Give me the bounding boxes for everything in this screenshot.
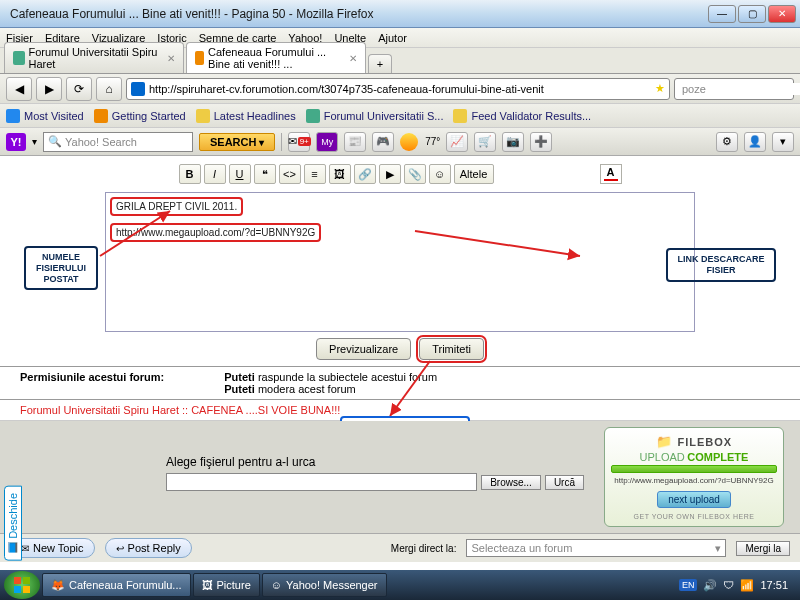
- windows-taskbar: 🦊Cafeneaua Forumulu... 🖼Picture ☺Yahoo! …: [0, 570, 800, 600]
- yahoo-sports-button[interactable]: 🛒: [474, 132, 496, 152]
- yahoo-search-input[interactable]: 🔍Yahoo! Search: [43, 132, 193, 152]
- close-button[interactable]: ✕: [768, 5, 796, 23]
- page-icon: [94, 109, 108, 123]
- smiley-button[interactable]: ☺: [429, 164, 451, 184]
- url-input[interactable]: [149, 83, 655, 95]
- submit-button[interactable]: Trimiteti: [419, 338, 484, 360]
- url-field-wrap: ★: [126, 78, 670, 100]
- weather-icon[interactable]: [400, 133, 418, 151]
- permissions-text: Puteti raspunde la subiectele acestui fo…: [224, 371, 437, 395]
- link-button[interactable]: 🔗: [354, 164, 376, 184]
- image-button[interactable]: 🖼: [329, 164, 351, 184]
- tab-forum[interactable]: Forumul Universitatii Spiru Haret ✕: [4, 42, 184, 73]
- annotation-filename: GRILA DREPT CIVIL 2011.: [110, 197, 243, 216]
- window-titlebar: Cafeneaua Forumului ... Bine ati venit!!…: [0, 0, 800, 28]
- browse-button[interactable]: Browse...: [481, 475, 541, 490]
- yahoo-ebay-button[interactable]: 📷: [502, 132, 524, 152]
- permissions-label: Permisiunile acestui forum:: [20, 371, 164, 395]
- windows-logo-icon: [13, 576, 31, 594]
- bookmark-headlines[interactable]: Latest Headlines: [196, 109, 296, 123]
- upload-button[interactable]: Urcă: [545, 475, 584, 490]
- yahoo-logo-icon[interactable]: Y!: [6, 133, 26, 151]
- tray-network-icon[interactable]: 🔊: [703, 579, 717, 592]
- search-input[interactable]: [682, 83, 800, 95]
- yahoo-search-button[interactable]: SEARCH ▾: [199, 133, 275, 151]
- next-upload-button[interactable]: next upload: [657, 491, 731, 508]
- bookmark-feed-validator[interactable]: Feed Validator Results...: [453, 109, 591, 123]
- italic-button[interactable]: I: [204, 164, 226, 184]
- yahoo-settings-button[interactable]: ⚙: [716, 132, 738, 152]
- editor-textarea[interactable]: GRILA DREPT CIVIL 2011. http://www.megau…: [105, 192, 695, 332]
- code-button[interactable]: <>: [279, 164, 301, 184]
- tab-cafeneaua[interactable]: Cafeneaua Forumului ... Bine ati venit!!…: [186, 42, 366, 73]
- font-color-button[interactable]: [600, 164, 622, 184]
- new-tab-button[interactable]: +: [368, 54, 392, 73]
- tray-battery-icon[interactable]: 📶: [740, 579, 754, 592]
- post-reply-button[interactable]: ↩ Post Reply: [105, 538, 192, 558]
- filebox-footer[interactable]: GET YOUR OWN FILEBOX HERE: [611, 513, 777, 520]
- picture-icon: 🖼: [202, 579, 213, 591]
- yahoo-more-button[interactable]: ▾: [772, 132, 794, 152]
- upload-section: Alege fişierul pentru a-l urca Browse...…: [0, 421, 800, 533]
- menu-ajutor[interactable]: Ajutor: [378, 32, 407, 44]
- folder-icon: [6, 109, 20, 123]
- tab-close-icon[interactable]: ✕: [349, 53, 357, 64]
- yahoo-news-button[interactable]: 📰: [344, 132, 366, 152]
- rss-icon: [453, 109, 467, 123]
- svg-rect-5: [14, 586, 21, 593]
- language-indicator[interactable]: EN: [679, 579, 698, 591]
- callout-link: LINK DESCARCARE FISIER: [666, 248, 776, 282]
- quote-button[interactable]: ❝: [254, 164, 276, 184]
- tab-bar: Forumul Universitatii Spiru Haret ✕ Cafe…: [0, 48, 800, 74]
- tray-shield-icon[interactable]: 🛡: [723, 579, 734, 591]
- bookmark-forum[interactable]: Forumul Universitatii S...: [306, 109, 444, 123]
- attach-button[interactable]: 📎: [404, 164, 426, 184]
- list-button[interactable]: ≡: [304, 164, 326, 184]
- video-button[interactable]: ▶: [379, 164, 401, 184]
- reload-button[interactable]: ⟳: [66, 77, 92, 101]
- more-button[interactable]: Altele: [454, 164, 494, 184]
- filebox-widget: 📁 FILEBOX UPLOAD COMPLETE http://www.meg…: [604, 427, 784, 527]
- task-messenger[interactable]: ☺Yahoo! Messenger: [262, 573, 387, 597]
- yahoo-my-button[interactable]: My: [316, 132, 338, 152]
- tab-close-icon[interactable]: ✕: [167, 53, 175, 64]
- callout-filename: NUMELE FISIERULUI POSTAT: [24, 246, 98, 290]
- breadcrumb-home[interactable]: Forumul Universitatii Spiru Haret: [20, 404, 179, 416]
- clock[interactable]: 17:51: [760, 579, 788, 591]
- task-picture[interactable]: 🖼Picture: [193, 573, 260, 597]
- maximize-button[interactable]: ▢: [738, 5, 766, 23]
- filebox-url: http://www.megaupload.com/?d=UBNNY92G: [611, 476, 777, 485]
- progress-bar: [611, 465, 777, 473]
- file-input[interactable]: [166, 473, 477, 491]
- bookmarks-bar: Most Visited Getting Started Latest Head…: [0, 104, 800, 128]
- preview-button[interactable]: Previzualizare: [316, 338, 411, 360]
- forum-select[interactable]: Selecteaza un forum▾: [466, 539, 726, 557]
- go-button[interactable]: Mergi la: [736, 541, 790, 556]
- upload-label: Alege fişierul pentru a-l urca: [166, 455, 584, 469]
- deschide-tab[interactable]: 📘 Deschide: [4, 486, 22, 561]
- annotation-link: http://www.megaupload.com/?d=UBNNY92G: [110, 223, 321, 242]
- yahoo-add-button[interactable]: ➕: [530, 132, 552, 152]
- window-controls: ― ▢ ✕: [708, 5, 796, 23]
- breadcrumb-section[interactable]: CAFENEA ....SI VOIE BUNA!!!: [191, 404, 340, 416]
- back-button[interactable]: ◀: [6, 77, 32, 101]
- home-button[interactable]: ⌂: [96, 77, 122, 101]
- tab-favicon-icon: [195, 51, 204, 65]
- mail-badge: 9+: [298, 137, 311, 146]
- start-button[interactable]: [4, 571, 40, 599]
- yahoo-games-button[interactable]: 🎮: [372, 132, 394, 152]
- task-firefox[interactable]: 🦊Cafeneaua Forumulu...: [42, 573, 191, 597]
- bookmark-star-icon[interactable]: ★: [655, 82, 665, 95]
- yahoo-mail-button[interactable]: ✉9+: [288, 132, 310, 152]
- yahoo-user-button[interactable]: 👤: [744, 132, 766, 152]
- tab-label: Cafeneaua Forumului ... Bine ati venit!!…: [208, 46, 341, 70]
- forward-button[interactable]: ▶: [36, 77, 62, 101]
- yahoo-finance-button[interactable]: 📈: [446, 132, 468, 152]
- minimize-button[interactable]: ―: [708, 5, 736, 23]
- underline-button[interactable]: U: [229, 164, 251, 184]
- new-topic-button[interactable]: ✉ New Topic: [10, 538, 95, 558]
- bookmark-getting-started[interactable]: Getting Started: [94, 109, 186, 123]
- bookmark-most-visited[interactable]: Most Visited: [6, 109, 84, 123]
- window-title: Cafeneaua Forumului ... Bine ati venit!!…: [4, 7, 708, 21]
- bold-button[interactable]: B: [179, 164, 201, 184]
